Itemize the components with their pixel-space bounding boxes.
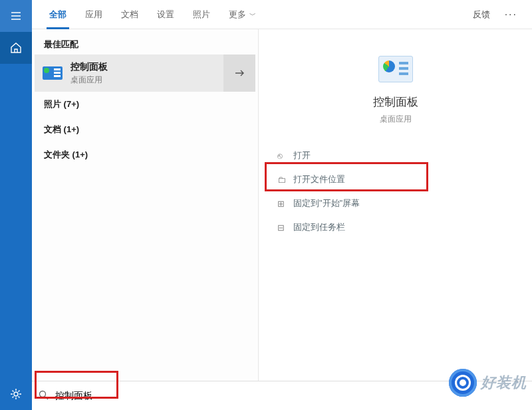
expand-arrow-button[interactable] — [223, 54, 255, 92]
tab-more[interactable]: 更多 ﹀ — [219, 0, 265, 29]
detail-title: 控制面板 — [373, 94, 418, 110]
watermark-text: 好装机 — [481, 373, 527, 393]
home-icon — [10, 42, 22, 54]
more-options-button[interactable]: ··· — [498, 9, 524, 21]
menu-icon — [10, 10, 22, 22]
category-folders[interactable]: 文件夹 (1+) — [32, 142, 258, 167]
arrow-right-icon — [233, 67, 245, 79]
action-open[interactable]: ⎋ 打开 — [259, 144, 532, 167]
best-match-title: 控制面板 — [70, 61, 223, 73]
menu-button[interactable] — [0, 0, 32, 32]
chevron-down-icon: ﹀ — [247, 11, 256, 19]
control-panel-icon — [35, 66, 70, 80]
watermark: 好装机 — [449, 369, 527, 397]
gear-icon — [10, 388, 22, 400]
category-docs[interactable]: 文档 (1+) — [32, 117, 258, 142]
best-match-item[interactable]: 控制面板 桌面应用 — [35, 54, 255, 92]
best-match-subtitle: 桌面应用 — [70, 74, 223, 86]
pin-start-icon: ⊞ — [277, 199, 293, 209]
action-open-location-label: 打开文件位置 — [293, 173, 345, 185]
filter-tabs: 全部 应用 文档 设置 照片 更多 ﹀ 反馈 ··· — [32, 0, 532, 29]
best-match-heading: 最佳匹配 — [32, 33, 258, 54]
settings-button[interactable] — [0, 378, 32, 410]
home-button[interactable] — [0, 32, 32, 64]
action-list: ⎋ 打开 🗀 打开文件位置 ⊞ 固定到"开始"屏幕 ⊟ 固定到任务栏 — [259, 144, 532, 239]
tab-docs[interactable]: 文档 — [112, 0, 148, 29]
detail-subtitle: 桌面应用 — [380, 114, 412, 125]
action-open-location[interactable]: 🗀 打开文件位置 — [259, 167, 532, 191]
pin-taskbar-icon: ⊟ — [277, 223, 293, 233]
svg-point-0 — [14, 392, 18, 396]
action-pin-start[interactable]: ⊞ 固定到"开始"屏幕 — [259, 191, 532, 215]
open-icon: ⎋ — [277, 151, 293, 161]
action-pin-start-label: 固定到"开始"屏幕 — [293, 197, 360, 209]
tab-all[interactable]: 全部 — [40, 0, 76, 29]
content-area: 全部 应用 文档 设置 照片 更多 ﹀ 反馈 ··· 最佳匹配 控制面板 桌面应… — [32, 0, 532, 410]
tab-settings[interactable]: 设置 — [148, 0, 184, 29]
results-list: 最佳匹配 控制面板 桌面应用 照片 (7+) 文档 (1+) 文件夹 (1+) — [32, 29, 258, 381]
folder-icon: 🗀 — [277, 175, 293, 185]
watermark-logo-icon — [449, 369, 477, 397]
tab-apps[interactable]: 应用 — [76, 0, 112, 29]
category-photos[interactable]: 照片 (7+) — [32, 92, 258, 117]
detail-app-icon — [378, 56, 413, 82]
svg-point-1 — [40, 391, 46, 397]
feedback-link[interactable]: 反馈 — [465, 9, 498, 21]
left-rail — [0, 0, 32, 410]
action-pin-taskbar[interactable]: ⊟ 固定到任务栏 — [259, 215, 532, 239]
action-open-label: 打开 — [293, 150, 311, 161]
main-panel: 最佳匹配 控制面板 桌面应用 照片 (7+) 文档 (1+) 文件夹 (1+) … — [32, 29, 532, 381]
search-icon — [39, 390, 49, 402]
action-pin-taskbar-label: 固定到任务栏 — [293, 221, 345, 233]
detail-panel: 控制面板 桌面应用 ⎋ 打开 🗀 打开文件位置 ⊞ 固定到"开始"屏幕 ⊟ 固定… — [258, 29, 532, 381]
tab-photos[interactable]: 照片 — [184, 0, 219, 29]
